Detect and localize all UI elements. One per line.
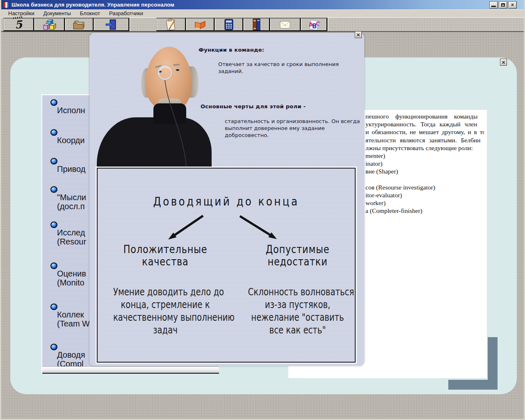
app-window: Школа бизнеса для руководителя. Управлен… [0, 0, 525, 420]
envelope-icon [278, 18, 292, 31]
exit-door-icon [104, 18, 119, 31]
toolbar-button-clipboard[interactable] [156, 18, 186, 31]
books-icon [249, 18, 264, 31]
close-icon: × [356, 32, 360, 38]
monocle-icon [158, 65, 172, 80]
window-controls: × [489, 1, 517, 9]
diagram-left-heading: Положительные качества [111, 243, 220, 268]
folders-icon [72, 18, 87, 31]
toolbar-spacer [129, 18, 156, 31]
close-icon: × [501, 59, 505, 65]
blue-ball-icon [50, 186, 57, 193]
note5-logo-icon: 5 [14, 19, 23, 30]
toolbar-button-mail[interactable] [270, 18, 301, 31]
clipboard-pencil-icon [164, 18, 178, 31]
orange-book-icon [193, 18, 208, 31]
close-button[interactable]: × [508, 1, 517, 9]
popup-close-button[interactable]: × [355, 31, 362, 38]
toolbar-button-folders[interactable] [65, 18, 94, 31]
blue-ball-icon [50, 158, 57, 164]
minimize-icon [491, 6, 496, 7]
maximize-button[interactable] [499, 1, 507, 9]
minimize-button[interactable] [489, 1, 498, 9]
popup-heading-functions: Функции в команде: [199, 47, 264, 53]
toolbar-button-blocks[interactable] [34, 18, 65, 31]
toolbar-button-exit[interactable] [94, 18, 129, 31]
maximize-icon [501, 3, 505, 7]
role-diagram: Доводящий до конца Положительные качеств… [97, 168, 356, 363]
diagram-right-text: Склонность волноваться из-за пустяков, н… [248, 286, 347, 337]
app-books-icon [3, 2, 10, 8]
menu-bar: Настройки Документы Блокнот Разработчики [1, 9, 524, 17]
toolbar-button-note5-logo[interactable]: 5 [3, 18, 34, 31]
content-area: Исполн Коорди Привод "Мысли(досл.п Иссле… [1, 32, 524, 419]
blue-ball-icon [50, 129, 57, 136]
toolbar-button-abc[interactable]: A B C [301, 18, 327, 31]
role-portrait-photo [97, 44, 212, 167]
toolbar-filler [327, 18, 524, 31]
close-icon: × [511, 2, 514, 8]
article-close-button[interactable]: × [500, 59, 507, 66]
toolbar-button-books[interactable] [243, 18, 270, 31]
blocks-icon [42, 18, 57, 31]
popup-heading-traits: Основные черты для этой роли - [201, 103, 306, 110]
blue-ball-icon [50, 99, 57, 106]
menu-item-documents[interactable]: Документы [39, 10, 75, 17]
menu-item-developers[interactable]: Разработчики [105, 10, 148, 17]
role-detail-window: × Функции в команде: Отвечает за каче [89, 33, 364, 366]
popup-traits-text: старательность и организованность. Он вс… [225, 118, 360, 139]
blue-ball-icon [50, 344, 57, 350]
menu-item-notepad[interactable]: Блокнот [75, 10, 105, 17]
toolbar-button-calculator[interactable] [215, 18, 243, 31]
diagram-left-text: Умение доводить дело до конца, стремлени… [113, 286, 217, 337]
monocle-cord [97, 44, 212, 167]
blue-ball-icon [50, 262, 57, 269]
blue-ball-icon [50, 304, 57, 310]
calculator-icon [221, 18, 236, 31]
blue-ball-icon [50, 221, 57, 228]
window-title: Школа бизнеса для руководителя. Управлен… [11, 2, 489, 8]
toolbar-button-book[interactable] [186, 18, 215, 31]
toolbar: 5 [1, 17, 524, 32]
title-bar: Школа бизнеса для руководителя. Управлен… [1, 0, 524, 9]
diagram-right-heading: Допустимые недостатки [246, 243, 350, 268]
list-horizontal-scrollbar[interactable] [42, 366, 219, 374]
abc-letters-icon: A B C [306, 18, 321, 31]
page-shadow-horizontal [448, 380, 498, 390]
article-text: пешного функционирования команды уктурир… [365, 112, 484, 215]
popup-functions-text: Отвечает за качество и сроки выполнения … [218, 61, 342, 75]
